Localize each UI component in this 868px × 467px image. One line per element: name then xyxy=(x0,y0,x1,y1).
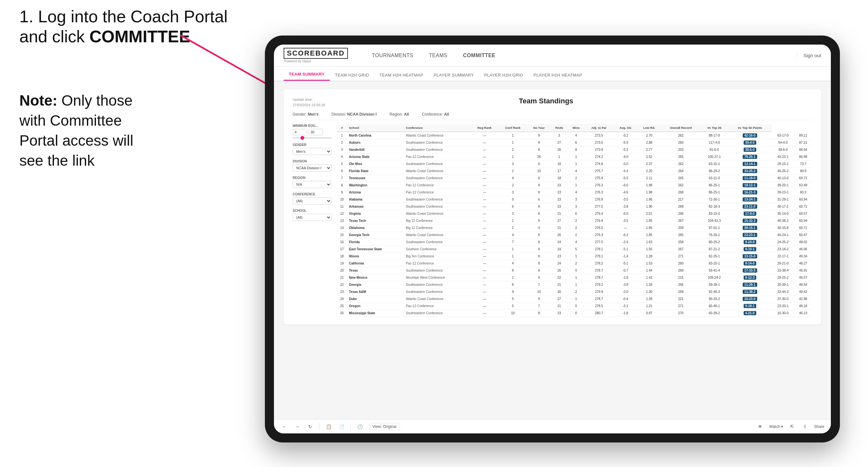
filter-conference: Conference: All xyxy=(422,112,449,117)
toolbar-expand-icon[interactable]: ⇱ xyxy=(788,423,796,431)
sub-nav: TEAM SUMMARY TEAM H2H GRID TEAM H2H HEAT… xyxy=(274,66,831,82)
toolbar-divider-1 xyxy=(319,423,319,431)
col-reg-rank: Reg Rank xyxy=(471,124,498,132)
sub-nav-player-summary[interactable]: PLAYER SUMMARY xyxy=(429,73,479,81)
main-content: Update time: 27/03/2024 16:56:26 Team St… xyxy=(274,82,831,419)
table-row: 3VanderbiltSoutheastern Conference—28268… xyxy=(337,146,812,153)
min-rounds-control: Minimum Rou... xyxy=(293,124,332,138)
table-row: 16FloridaSoutheastern Conference—7924427… xyxy=(337,239,812,246)
col-rnds: Rnds xyxy=(551,124,568,132)
table-row: 26Mississippi StateSoutheastern Conferen… xyxy=(337,310,812,317)
table-row: 23Texas A&MSoutheastern Conference—91030… xyxy=(337,288,812,295)
table-row: 24DukeAtlantic Coast Conference—59271278… xyxy=(337,295,812,303)
col-overall: Overall Record xyxy=(661,124,701,132)
sub-nav-team-summary[interactable]: TEAM SUMMARY xyxy=(284,72,330,81)
logo-main: SCOREBOARD xyxy=(284,48,348,59)
content-body: Minimum Rou... Gender xyxy=(293,124,812,317)
filters-row: Gender: Men's Division: NCAA Division I … xyxy=(293,112,812,120)
nav-tournaments[interactable]: TOURNAMENTS xyxy=(364,44,421,66)
table-row: 13Texas TechBig 12 Conference—19272276.9… xyxy=(337,217,812,224)
standings-table: # School Conference Reg Rank Conf Rank N… xyxy=(337,124,812,317)
toolbar-forward-icon[interactable]: → xyxy=(293,423,301,431)
toolbar-share-label[interactable]: Share xyxy=(814,424,825,429)
nav-committee[interactable]: COMMITTEE xyxy=(455,44,503,66)
content-card: Update time: 27/03/2024 16:56:26 Team St… xyxy=(284,89,821,324)
division-control: Division NCAA Division I xyxy=(293,160,332,172)
division-select[interactable]: NCAA Division I xyxy=(293,164,332,172)
table-row: 10AlabamaSoutheastern Conference—5623327… xyxy=(337,196,812,203)
sub-nav-player-h2h-grid[interactable]: PLAYER H2H GRID xyxy=(479,73,528,81)
sub-nav-team-h2h-heatmap[interactable]: TEAM H2H HEATMAP xyxy=(374,73,428,81)
card-top: Update time: 27/03/2024 16:56:26 Team St… xyxy=(293,97,812,107)
table-row: 9ArizonaPac-12 Conference—38234276.3-4.6… xyxy=(337,189,812,196)
school-control: School (All) xyxy=(293,209,332,221)
toolbar-share-icon[interactable]: ⇧ xyxy=(801,423,809,431)
min-rounds-max-input[interactable] xyxy=(309,129,323,135)
table-row: 25OregonPac-12 Conference—57210278.5-3.1… xyxy=(337,303,812,310)
tablet-container: SCOREBOARD Powered by clippd TOURNAMENTS… xyxy=(265,35,840,442)
region-control: Region N/A All xyxy=(293,176,332,188)
table-row: 1North CarolinaAtlantic Coast Conference… xyxy=(337,132,812,139)
scoreboard-logo: SCOREBOARD Powered by clippd xyxy=(284,48,348,63)
nav-teams[interactable]: TEAMS xyxy=(421,44,456,66)
table-row: 4Arizona StatePac-12 Conference—12611274… xyxy=(337,153,812,160)
table-row: 2AuburnSoutheastern Conference—19276273.… xyxy=(337,139,812,146)
toolbar-paste-icon[interactable]: 📄 xyxy=(338,423,345,431)
toolbar-refresh-icon[interactable]: ↻ xyxy=(306,423,314,431)
conference-control: Conference (All) xyxy=(293,192,332,205)
table-row: 7TennesseeSoutheastern Conference—461822… xyxy=(337,175,812,182)
toolbar-eye-icon[interactable]: 👁 xyxy=(756,423,764,431)
data-table-wrap: # School Conference Reg Rank Conf Rank N… xyxy=(337,124,812,317)
col-school: School xyxy=(347,124,404,132)
col-wins: Wins xyxy=(568,124,584,132)
note-block: Note: Only those with Committee Portal a… xyxy=(20,90,155,170)
table-row: 18IllinoisBig Ten Conference—18231279.1-… xyxy=(337,253,812,260)
col-conf-rank: Conf Rank xyxy=(498,124,527,132)
table-row: 8WashingtonPac-12 Conference—28231276.3-… xyxy=(337,182,812,189)
toolbar-clock-icon[interactable]: 🕐 xyxy=(356,423,364,431)
tablet-screen: SCOREBOARD Powered by clippd TOURNAMENTS… xyxy=(274,44,831,433)
bottom-toolbar: ← → ↻ 📋 📄 🕐 View: Original 👁 Watch ▾ ⇱ ⇧… xyxy=(274,419,831,433)
table-row: 20TexasSoutheastern Conference—88260278.… xyxy=(337,267,812,274)
filter-gender: Gender: Men's xyxy=(293,112,318,117)
toolbar-view-label: View: Original xyxy=(372,424,396,429)
school-select[interactable]: (All) xyxy=(293,214,332,221)
table-row: 12VirginiaAtlantic Coast Conference—3621… xyxy=(337,210,812,217)
min-rounds-min-input[interactable] xyxy=(293,129,307,135)
col-low-rd: Low Rd. xyxy=(637,124,661,132)
col-adj-par: Adj. to Par xyxy=(584,124,614,132)
conference-select[interactable]: (All) xyxy=(293,197,332,205)
nav-items: TOURNAMENTS TEAMS COMMITTEE xyxy=(364,44,797,66)
table-row: 22GeorgiaSoutheastern Conference—8721127… xyxy=(337,281,812,288)
card-title: Team Standings xyxy=(325,97,767,105)
toolbar-watch-button[interactable]: Watch ▾ xyxy=(769,424,783,429)
toolbar-back-icon[interactable]: ← xyxy=(280,423,288,431)
slider-track[interactable] xyxy=(293,137,332,138)
sidebar-controls: Minimum Rou... Gender xyxy=(293,124,332,317)
table-row: 11ArkansasSoutheastern Conference—682332… xyxy=(337,203,812,210)
filter-division: Division: NCAA Division I xyxy=(332,112,377,117)
table-row: 6Florida StateAtlantic Coast Conference—… xyxy=(337,167,812,175)
col-avg-sg: Avg. SG xyxy=(614,124,637,132)
region-select[interactable]: N/A All xyxy=(293,181,332,188)
table-row: 17East Tennessee StateSouthern Conferenc… xyxy=(337,246,812,253)
toolbar-view-button[interactable]: View: Original xyxy=(369,423,400,430)
col-conference: Conference xyxy=(404,124,471,132)
col-vs-top25: Vs Top 25 xyxy=(701,124,728,132)
sign-out-button[interactable]: Sign out xyxy=(797,53,821,58)
table-row: 21New MexicoMountain West Conference—192… xyxy=(337,274,812,281)
note-text: Note: Only those with Committee Portal a… xyxy=(20,90,155,170)
filter-region: Region: All xyxy=(390,112,409,117)
app-header: SCOREBOARD Powered by clippd TOURNAMENTS… xyxy=(274,44,831,66)
update-time: Update time: 27/03/2024 16:56:26 xyxy=(293,97,325,107)
col-no-tour: No Tour xyxy=(528,124,551,132)
gender-select[interactable]: Men's Women's xyxy=(293,148,332,155)
toolbar-copy-icon[interactable]: 📋 xyxy=(324,423,332,431)
toolbar-divider-2 xyxy=(350,423,351,431)
table-row: 14OklahomaBig 12 Conference—24212276.0—1… xyxy=(337,224,812,231)
logo-sub: Powered by clippd xyxy=(284,59,348,63)
sub-nav-player-h2h-heatmap[interactable]: PLAYER H2H HEATMAP xyxy=(528,73,587,81)
sub-nav-team-h2h-grid[interactable]: TEAM H2H GRID xyxy=(330,73,374,81)
table-row: 19CaliforniaPac-12 Conference—48242278.2… xyxy=(337,260,812,267)
table-row: 5Ole MissSoutheastern Conference—3618127… xyxy=(337,160,812,167)
